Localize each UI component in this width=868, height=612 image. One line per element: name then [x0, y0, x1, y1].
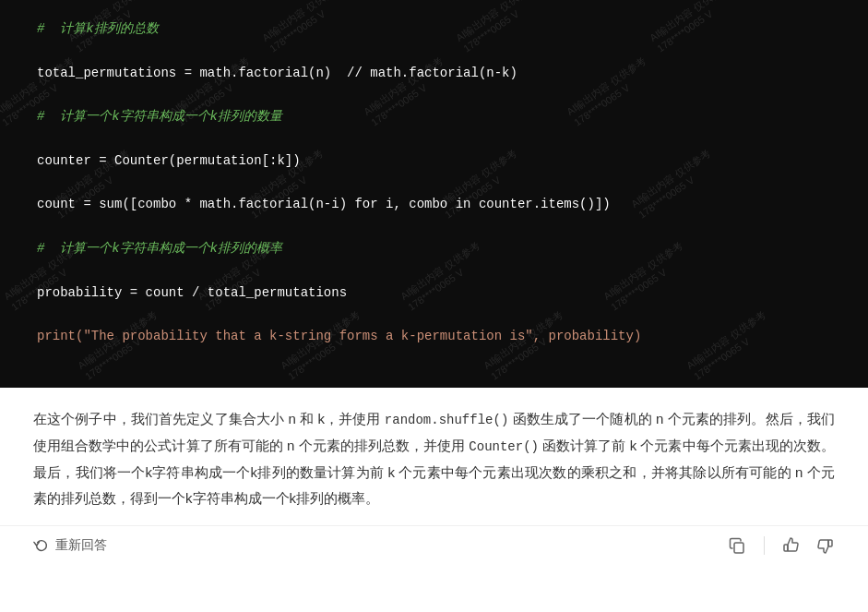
refresh-label: 重新回答 [55, 537, 107, 554]
action-icons [727, 535, 835, 556]
code-line-8: print("The probability that a k-string f… [37, 329, 641, 343]
copy-icon [728, 536, 746, 555]
code-line-2: total_permutations = math.factorial(n) /… [37, 66, 517, 80]
code-line-4: counter = Counter(permutation[:k]) [37, 153, 301, 168]
refresh-button[interactable]: 重新回答 [33, 537, 107, 554]
code-line-7: probability = count / total_permutations [37, 285, 347, 300]
description-section: 在这个例子中，我们首先定义了集合大小 n 和 k，并使用 random.shuf… [0, 388, 868, 525]
refresh-icon [33, 537, 50, 554]
thumbs-up-icon [781, 535, 802, 556]
code-comment-2: # 计算一个k字符串构成一个k排列的数量 [37, 109, 282, 124]
code-block: AI输出内容 仅供参考178****0065 V AI输出内容 仅供参考178*… [0, 0, 868, 388]
code-comment-1: # 计算k排列的总数 [37, 21, 159, 36]
thumbs-up-button[interactable] [781, 535, 802, 556]
svg-rect-0 [734, 543, 743, 553]
divider [764, 536, 765, 555]
thumbs-down-icon [814, 535, 835, 556]
bottom-bar: 重新回答 [0, 525, 868, 565]
description-text: 在这个例子中，我们首先定义了集合大小 n 和 k，并使用 random.shuf… [33, 406, 835, 510]
code-content: # 计算k排列的总数 total_permutations = math.fac… [37, 18, 831, 348]
text-section-wrapper: AI输出内容 仅供参考178****0065 V AI输出内容 仅供参考178*… [0, 388, 868, 525]
thumbs-down-button[interactable] [814, 535, 835, 556]
svg-rect-1 [784, 545, 788, 551]
code-comment-3: # 计算一个k字符串构成一个k排列的概率 [37, 241, 282, 256]
copy-button[interactable] [727, 535, 747, 556]
svg-rect-2 [828, 540, 832, 546]
code-line-5: count = sum([combo * math.factorial(n-i)… [37, 197, 611, 211]
